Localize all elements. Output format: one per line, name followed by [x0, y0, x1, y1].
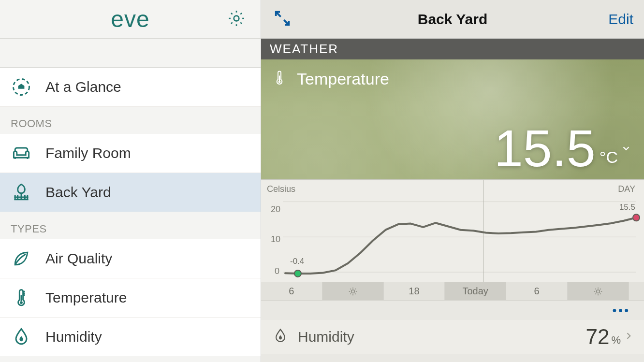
weather-section-bar: WEATHER: [261, 39, 644, 59]
edit-button[interactable]: Edit: [608, 11, 633, 28]
sidebar-item-air-quality[interactable]: Air Quality: [0, 239, 261, 278]
sidebar-item-label: Humidity: [45, 329, 102, 345]
chevron-down-icon[interactable]: [621, 105, 631, 166]
sidebar-header: eve: [0, 0, 261, 39]
temperature-reading: 15.5 °C: [494, 105, 631, 178]
sidebar: eve At a Glance ROOMS Family Room: [0, 0, 261, 362]
card-actions-row: •••: [261, 301, 644, 320]
gear-icon[interactable]: [227, 9, 246, 30]
svg-point-16: [596, 290, 600, 293]
humidity-label: Humidity: [298, 329, 585, 345]
sidebar-item-label: At a Glance: [45, 79, 121, 95]
temperature-chart[interactable]: Celsius 20 10 0 DAY -0.4 15.5 6 18 Today…: [261, 180, 644, 301]
svg-point-2: [20, 301, 23, 304]
humidity-unit: %: [611, 334, 621, 347]
sidebar-item-label: Back Yard: [45, 184, 111, 201]
sidebar-item-humidity[interactable]: Humidity: [0, 318, 261, 356]
sidebar-item-temperature[interactable]: Temperature: [0, 278, 261, 318]
timeline-seg: 6: [506, 282, 568, 300]
rooms-section-label: ROOMS: [0, 107, 261, 134]
expand-icon[interactable]: [273, 9, 292, 30]
humidity-value: 72: [585, 325, 609, 349]
timeline-seg-today: Today: [445, 282, 506, 300]
sofa-icon: [11, 143, 40, 164]
droplet-icon: [272, 326, 289, 348]
app-logo: eve: [111, 6, 149, 32]
sidebar-item-label: Air Quality: [45, 250, 112, 267]
svg-point-0: [234, 15, 239, 21]
timeline-seg-sun: [322, 282, 384, 300]
svg-point-14: [633, 214, 640, 221]
svg-point-7: [278, 81, 281, 83]
thermometer-icon: [11, 287, 40, 308]
types-section-label: TYPES: [0, 212, 261, 239]
droplet-icon: [11, 326, 40, 348]
chevron-right-icon[interactable]: [624, 330, 633, 344]
timeline-seg: 6: [261, 282, 322, 300]
page-title: Back Yard: [418, 11, 488, 28]
timeline-seg: 18: [384, 282, 445, 300]
sidebar-item-back-yard[interactable]: Back Yard: [0, 173, 261, 212]
temperature-label: Temperature: [297, 70, 389, 88]
sidebar-item-label: Temperature: [45, 290, 127, 306]
chart-timeline[interactable]: 6 18 Today 6: [261, 282, 644, 300]
temperature-unit: °C: [600, 148, 618, 167]
timeline-seg: [629, 282, 644, 300]
more-icon[interactable]: •••: [613, 304, 630, 317]
home-dashed-icon: [11, 76, 40, 98]
svg-point-13: [294, 270, 301, 277]
main-panel: Back Yard Edit WEATHER Temperature 15.5 …: [261, 0, 644, 362]
svg-point-15: [351, 290, 354, 293]
sidebar-item-at-a-glance[interactable]: At a Glance: [0, 68, 261, 107]
humidity-card[interactable]: Humidity 72 %: [261, 320, 644, 354]
sidebar-spacer: [0, 39, 261, 68]
tree-fence-icon: [11, 182, 40, 203]
leaf-icon: [11, 248, 40, 269]
timeline-seg-sun: [568, 282, 629, 300]
sidebar-item-family-room[interactable]: Family Room: [0, 134, 261, 173]
sidebar-item-label: Family Room: [45, 145, 131, 161]
main-header: Back Yard Edit: [261, 0, 644, 39]
temperature-value: 15.5: [494, 118, 596, 178]
temperature-card[interactable]: Temperature 15.5 °C: [261, 59, 644, 180]
thermometer-icon: [271, 68, 288, 89]
